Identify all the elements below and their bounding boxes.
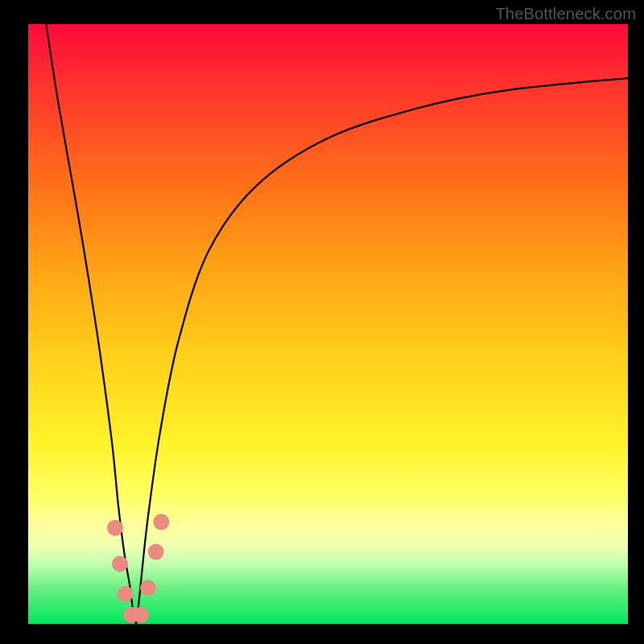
marker-dot xyxy=(133,607,149,623)
marker-dot xyxy=(107,520,123,536)
curve-right-branch xyxy=(136,78,628,624)
plot-area xyxy=(28,24,628,624)
marker-dot xyxy=(118,586,134,602)
curve-left-branch xyxy=(46,24,136,624)
watermark-text: TheBottleneck.com xyxy=(495,5,636,23)
marker-dot xyxy=(140,580,156,596)
chart-frame: TheBottleneck.com xyxy=(0,0,644,644)
marker-dot xyxy=(148,544,164,560)
marker-dot xyxy=(112,556,128,572)
bottleneck-curve xyxy=(28,24,628,624)
marker-dot xyxy=(153,514,169,530)
